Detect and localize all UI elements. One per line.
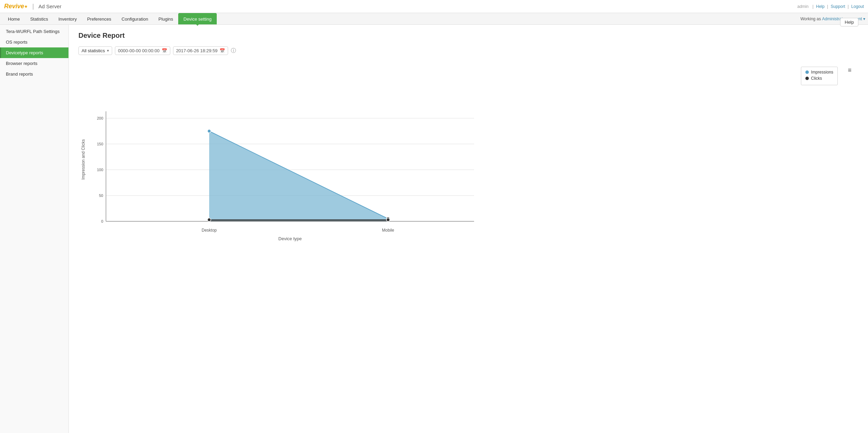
sidebar-item-brand-reports[interactable]: Brand reports xyxy=(0,69,68,79)
logo-separator: | xyxy=(31,3,36,10)
support-link[interactable]: Support xyxy=(831,4,845,9)
nav-home[interactable]: Home xyxy=(3,13,25,24)
nav-statistics[interactable]: Statistics xyxy=(25,13,53,24)
chart-menu-icon[interactable]: ≡ xyxy=(848,67,851,74)
end-date-value: 2017-06-26 18:29:59 xyxy=(176,48,218,53)
nav-inventory[interactable]: Inventory xyxy=(53,13,82,24)
filter-row: All statistics ▾ 0000-00-00 00:00:00 📅 2… xyxy=(78,46,858,55)
end-date-input[interactable]: 2017-06-26 18:29:59 📅 xyxy=(173,46,228,55)
sidebar-item-os-reports[interactable]: OS reports xyxy=(0,37,68,47)
content: Help Device Report All statistics ▾ 0000… xyxy=(69,25,868,433)
nav-preferences[interactable]: Preferences xyxy=(82,13,116,24)
sidebar-item-tera-wurfl[interactable]: Tera-WURFL Path Settings xyxy=(0,26,68,37)
svg-text:50: 50 xyxy=(99,193,103,198)
svg-text:Mobile: Mobile xyxy=(382,228,394,233)
dropdown-arrow-icon: ▾ xyxy=(107,48,109,53)
help-button[interactable]: Help xyxy=(840,18,858,26)
start-date-calendar-icon[interactable]: 📅 xyxy=(162,48,167,53)
sidebar-item-devicetype-reports[interactable]: Devicetype reports xyxy=(0,47,68,58)
chart-legend: Impressions Clicks xyxy=(801,67,838,85)
svg-text:Device type: Device type xyxy=(278,236,302,241)
logout-link[interactable]: Logout xyxy=(851,4,864,9)
help-link[interactable]: Help xyxy=(816,4,825,9)
impressions-dot xyxy=(805,70,809,74)
nav-configuration[interactable]: Configuration xyxy=(116,13,153,24)
nav-bar: Home Statistics Inventory Preferences Co… xyxy=(0,13,868,25)
svg-point-20 xyxy=(207,218,211,222)
statistics-dropdown[interactable]: All statistics ▾ xyxy=(78,46,112,55)
svg-text:0: 0 xyxy=(101,219,103,223)
logo-adserver: Ad Server xyxy=(39,3,62,9)
clicks-dot xyxy=(805,77,809,80)
svg-point-21 xyxy=(386,218,390,222)
top-right-links: admin | Help | Support | Logout xyxy=(796,4,864,9)
sep3: | xyxy=(848,4,850,9)
svg-point-18 xyxy=(207,130,211,133)
sep2: | xyxy=(827,4,829,9)
sidebar-item-browser-reports[interactable]: Browser reports xyxy=(0,58,68,69)
start-date-input[interactable]: 0000-00-00 00:00:00 📅 xyxy=(115,46,170,55)
nav-plugins[interactable]: Plugins xyxy=(153,13,179,24)
svg-text:Impression and Clicks: Impression and Clicks xyxy=(81,139,86,179)
page-title: Device Report xyxy=(78,32,858,40)
svg-text:Desktop: Desktop xyxy=(202,228,217,233)
svg-marker-16 xyxy=(209,131,388,222)
nav-device-setting[interactable]: Device setting xyxy=(178,13,217,24)
sep1: | xyxy=(813,4,815,9)
impressions-label: Impressions xyxy=(811,70,833,75)
svg-text:150: 150 xyxy=(97,142,103,146)
start-date-value: 0000-00-00 00:00:00 xyxy=(118,48,160,53)
svg-text:200: 200 xyxy=(97,116,103,120)
legend-impressions: Impressions xyxy=(805,70,833,75)
legend-clicks: Clicks xyxy=(805,76,833,81)
top-bar: Revive★ | Ad Server admin | Help | Suppo… xyxy=(0,0,868,13)
main-layout: Tera-WURFL Path Settings OS reports Devi… xyxy=(0,25,868,433)
chart-container: Impression and Clicks 0 50 100 150 200 xyxy=(78,63,858,242)
sidebar: Tera-WURFL Path Settings OS reports Devi… xyxy=(0,25,69,433)
working-as-label: Working as xyxy=(800,16,821,21)
logo: Revive★ | Ad Server xyxy=(4,3,61,10)
chart-svg: Impression and Clicks 0 50 100 150 200 xyxy=(78,63,491,242)
statistics-label: All statistics xyxy=(82,48,105,53)
logo-star: ★ xyxy=(24,4,28,9)
admin-label: admin xyxy=(797,4,809,9)
svg-text:100: 100 xyxy=(97,168,103,172)
clicks-label: Clicks xyxy=(811,76,822,81)
info-icon[interactable]: ⓘ xyxy=(231,47,236,54)
logo-revive: Revive xyxy=(4,3,24,10)
end-date-calendar-icon[interactable]: 📅 xyxy=(219,48,225,53)
